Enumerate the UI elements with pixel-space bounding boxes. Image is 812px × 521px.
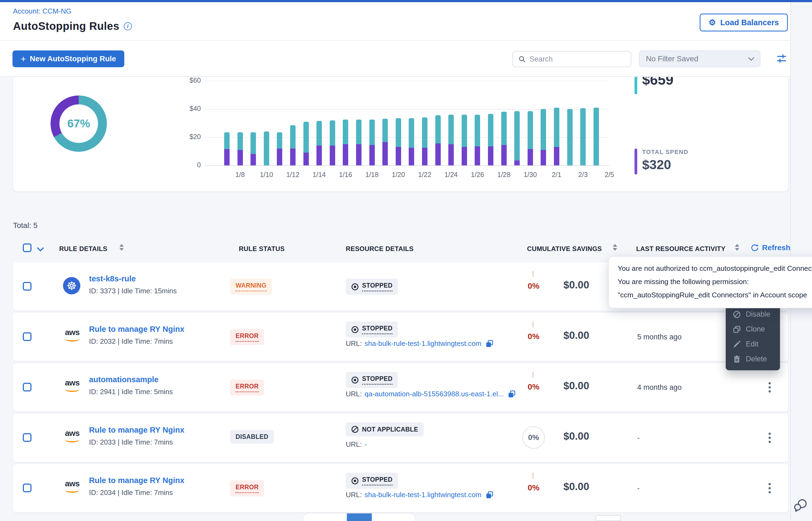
stopped-icon [351,477,359,485]
x-axis-label: 1/16 [334,171,358,179]
resource-url-link[interactable]: qa-automation-alb-515563988.us-east-1.el… [364,390,504,398]
table-header: RULE DETAILS RULE STATUS RESOURCE DETAIL… [13,240,788,257]
chat-bubbles-icon [792,498,809,514]
row-menu-button[interactable] [764,430,775,445]
x-axis-label: 2/5 [597,171,621,179]
last-activity: 5 months ago [637,333,682,341]
saved-filter-select[interactable]: No Filter Saved [639,50,761,67]
y-axis-label: 0 [179,161,201,169]
breadcrumb-account-link[interactable]: Account: CCM-NG [13,7,71,16]
summary-chart-card: 67% $60$40$200 1/81/101/121/141/161/181/… [13,77,788,191]
resource-url-link[interactable]: sha-bulk-rule-test-1.lightwingtest.com [364,339,482,348]
menu-item-edit[interactable]: Edit [726,337,780,352]
bar-2/3 [580,108,586,165]
new-rule-label: New AutoStopping Rule [30,54,116,63]
gridline [205,81,609,81]
aws-icon: aws [62,429,83,447]
sort-last-activity-icon[interactable] [735,244,739,251]
refresh-button[interactable]: Refresh [751,244,790,252]
resource-url-link[interactable]: sha-bulk-rule-test-1.lightwingtest.com [364,491,482,499]
row-menu-button[interactable] [764,380,775,395]
bar-1/28 [501,112,507,165]
stopped-icon [351,376,359,384]
rule-meta: ID: 2941 | Idle Time: 5mins [89,388,173,396]
row-checkbox[interactable] [23,483,31,492]
row-menu-button[interactable] [764,481,775,496]
page-size-box[interactable] [595,515,621,521]
help-chat-button[interactable] [792,498,809,516]
row-checkbox[interactable] [23,383,31,391]
rule-name-link[interactable]: Rule to manage RY Nginx [89,426,184,434]
menu-item-disable[interactable]: Disable [726,307,780,322]
x-axis-label: 1/14 [307,171,331,179]
rule-meta: ID: 2033 | Idle Time: 7mins [89,438,173,447]
status-badge: WARNING [230,279,272,295]
row-checkbox[interactable] [23,433,31,442]
savings-percent: 0% [517,483,550,492]
x-axis-label: 1/30 [518,171,542,179]
copy-url-button[interactable] [508,390,516,398]
pagination-active-page[interactable] [347,514,372,521]
copy-url-button[interactable] [486,340,493,347]
resource-url-line: URL: sha-bulk-rule-test-1.lightwingtest.… [346,339,493,348]
y-axis-label: $20 [179,133,201,141]
tooltip-line: You are not authorized to ccm_autostoppi… [618,262,812,275]
not-applicable-icon [351,426,359,433]
last-activity: - [637,434,640,442]
refresh-label: Refresh [762,244,790,252]
bar-1/27 [488,114,493,165]
bar-2/4 [594,108,599,165]
copy-icon [486,340,493,347]
bar-1/31 [541,109,546,165]
rule-name-link[interactable]: test-k8s-rule [89,274,136,283]
stopped-icon [351,283,359,291]
column-rule-status: RULE STATUS [239,245,285,253]
total-spend-metric: TOTAL SPEND $320 [635,149,688,175]
load-balancers-button[interactable]: ⚙ Load Balancers [700,14,788,31]
total-savings-value: $659 [642,77,674,88]
status-badge: ERROR [230,380,264,395]
autostopping-rules-page: Account: CCM-NG AutoStopping Rules i ⚙ L… [0,0,812,521]
refresh-icon [751,244,759,252]
bar-1/11 [277,132,282,165]
rule-name-link[interactable]: Rule to manage RY Nginx [89,325,184,334]
status-badge: DISABLED [230,430,274,444]
menu-item-delete[interactable]: Delete [726,352,780,366]
resource-url-link[interactable]: - [364,440,367,449]
new-autostopping-rule-button[interactable]: + New AutoStopping Rule [13,50,124,67]
savings-progress-tick [532,372,534,378]
rule-name-link[interactable]: Rule to manage RY Nginx [89,476,184,485]
delete-icon [733,355,741,363]
x-axis-label: 1/28 [492,171,516,179]
tooltip-line: "ccm_autoStoppingRule_edit Connectors" i… [618,289,812,302]
x-axis-label: 1/22 [413,171,437,179]
resource-state-badge: STOPPED [346,372,398,388]
edit-icon [733,340,741,348]
y-axis-label: $60 [179,77,201,84]
sort-cumulative-savings-icon[interactable] [613,244,617,251]
info-icon[interactable]: i [124,22,132,30]
column-last-resource-activity: LAST RESOURCE ACTIVITY [636,245,725,253]
select-all-chevron-icon[interactable] [37,245,44,251]
rule-meta: ID: 2032 | Idle Time: 7mins [89,337,173,346]
toolbar: + New AutoStopping Rule No Filter Saved [0,41,790,77]
bar-1/18 [369,119,375,165]
rule-name-link[interactable]: automationsample [89,375,158,384]
select-all-checkbox[interactable] [23,244,31,252]
resource-state-badge: STOPPED [346,321,398,338]
table-row: aws automationsample ID: 2941 | Idle Tim… [13,363,788,411]
resource-url-line: URL: - [346,440,367,449]
copy-url-button[interactable] [486,491,493,499]
copy-icon [486,491,493,499]
filter-panel-button[interactable] [775,52,788,66]
spend-savings-bar-chart: $60$40$200 1/81/101/121/141/161/181/201/… [205,81,609,165]
row-checkbox[interactable] [23,332,31,341]
bar-1/10 [264,132,269,165]
sort-rule-details-icon[interactable] [120,244,124,251]
search-input[interactable] [530,55,625,63]
y-axis-label: $40 [179,105,201,113]
x-axis-label: 1/20 [386,171,410,179]
column-resource-details: RESOURCE DETAILS [346,245,413,253]
row-checkbox[interactable] [23,282,31,291]
menu-item-clone[interactable]: Clone [726,322,780,337]
